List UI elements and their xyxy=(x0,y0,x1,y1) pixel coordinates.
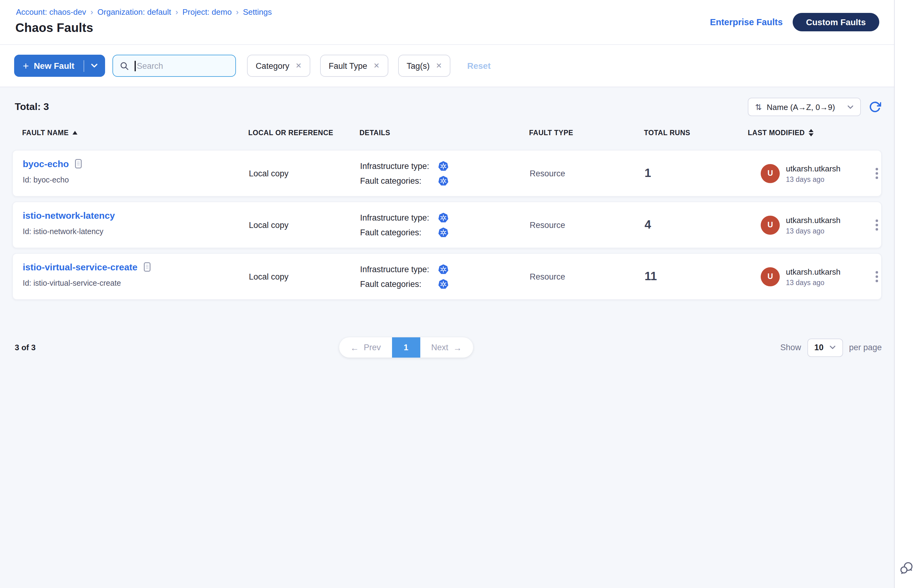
modified-by-user: utkarsh.utkarsh xyxy=(786,215,840,225)
close-icon[interactable]: ✕ xyxy=(296,62,302,69)
kubernetes-icon xyxy=(438,175,449,186)
modified-time: 13 days ago xyxy=(786,227,840,234)
fault-type-value: Resource xyxy=(530,202,565,248)
modified-by-user: utkarsh.utkarsh xyxy=(786,267,840,276)
column-last-modified[interactable]: LAST MODIFIED xyxy=(748,129,813,136)
faults-scope-switch: Enterprise Faults Custom Faults xyxy=(710,0,879,44)
fault-row-byoc-echo[interactable]: byoc-echo Id: byoc-echo Local copy Infra… xyxy=(12,150,882,197)
table-header: FAULT NAME LOCAL OR REFERENCE DETAILS FA… xyxy=(12,128,882,140)
arrow-right-icon: → xyxy=(453,343,462,352)
breadcrumb-separator-icon: › xyxy=(91,7,93,16)
fault-row-istio-network-latency[interactable]: istio-network-latency Id: istio-network-… xyxy=(12,202,882,248)
fault-categories-label: Fault categories: xyxy=(360,279,438,289)
column-local-or-reference: LOCAL OR REFERENCE xyxy=(248,129,333,136)
breadcrumb-project[interactable]: Project: demo xyxy=(183,7,232,16)
local-or-reference-value: Local copy xyxy=(249,202,288,248)
avatar: U xyxy=(761,215,780,234)
filter-chip-tags[interactable]: Tag(s) ✕ xyxy=(398,55,451,77)
close-icon[interactable]: ✕ xyxy=(373,62,380,69)
modified-time: 13 days ago xyxy=(786,279,840,286)
filter-chip-fault-type[interactable]: Fault Type ✕ xyxy=(320,55,388,77)
breadcrumb-account[interactable]: Account: chaos-dev xyxy=(16,7,86,16)
kubernetes-icon xyxy=(438,279,449,289)
toolbar: + New Fault Category ✕ Fault xyxy=(0,45,894,87)
row-menu-button[interactable] xyxy=(872,164,881,183)
kubernetes-icon xyxy=(438,227,449,237)
fault-type-value: Resource xyxy=(530,150,565,196)
breadcrumb-separator-icon: › xyxy=(175,7,178,16)
sort-select[interactable]: ⇅ Name (A→Z, 0→9) xyxy=(748,98,861,116)
refresh-icon xyxy=(869,101,881,113)
row-menu-button[interactable] xyxy=(872,216,881,234)
prev-label: Prev xyxy=(364,343,381,352)
show-label: Show xyxy=(781,343,801,352)
enterprise-faults-link[interactable]: Enterprise Faults xyxy=(710,17,783,27)
new-fault-dropdown-toggle[interactable] xyxy=(84,63,105,68)
next-label: Next xyxy=(432,343,449,352)
fault-type-value: Resource xyxy=(530,254,565,299)
column-fault-type: FAULT TYPE xyxy=(529,129,573,136)
new-fault-button[interactable]: + New Fault xyxy=(14,61,76,71)
filter-chips: Category ✕ Fault Type ✕ Tag(s) ✕ xyxy=(247,55,451,77)
search-box[interactable] xyxy=(112,55,236,77)
breadcrumb-settings[interactable]: Settings xyxy=(243,7,272,16)
total-runs-value: 4 xyxy=(645,202,651,248)
manifest-doc-icon xyxy=(74,158,82,169)
fault-name-link[interactable]: istio-virtual-service-create xyxy=(23,262,137,272)
search-icon xyxy=(120,61,129,70)
fault-details: Infrastructure type: Fault categories: xyxy=(360,254,449,299)
breadcrumb-organization[interactable]: Organization: default xyxy=(97,7,171,16)
avatar: U xyxy=(761,267,780,286)
new-fault-split-button[interactable]: + New Fault xyxy=(14,55,105,77)
fault-details: Infrastructure type: Fault categories: xyxy=(360,150,449,196)
close-icon[interactable]: ✕ xyxy=(436,62,442,69)
infrastructure-type-label: Infrastructure type: xyxy=(360,213,438,222)
fault-name-link[interactable]: byoc-echo xyxy=(23,158,69,169)
sort-select-value: Name (A→Z, 0→9) xyxy=(767,102,836,111)
column-details-label: DETAILS xyxy=(359,129,390,136)
filter-chip-tags-label: Tag(s) xyxy=(407,61,430,70)
faults-list-area: Total: 3 ⇅ Name (A→Z, 0→9) FAULT NAME LO xyxy=(0,87,894,588)
main-column: Account: chaos-dev › Organization: defau… xyxy=(0,0,894,588)
custom-faults-button[interactable]: Custom Faults xyxy=(793,13,879,31)
manifest-doc-icon xyxy=(143,262,151,272)
sort-both-icon xyxy=(808,129,813,136)
refresh-button[interactable] xyxy=(869,101,881,113)
page-1-button[interactable]: 1 xyxy=(392,337,420,358)
total-count: Total: 3 xyxy=(15,102,49,112)
row-menu-button[interactable] xyxy=(872,268,881,286)
fault-row-istio-virtual-service-create[interactable]: istio-virtual-service-create Id: istio-v… xyxy=(12,253,882,300)
breadcrumb: Account: chaos-dev › Organization: defau… xyxy=(16,7,272,16)
filter-chip-category-label: Category xyxy=(255,61,289,70)
pager: ← Prev 1 Next → xyxy=(339,337,473,358)
chevron-down-icon xyxy=(829,345,836,350)
fault-categories-label: Fault categories: xyxy=(360,176,438,185)
page-header: Account: chaos-dev › Organization: defau… xyxy=(0,0,894,45)
fault-id: Id: istio-virtual-service-create xyxy=(23,279,121,288)
fault-id: Id: byoc-echo xyxy=(23,176,69,184)
fault-name-link[interactable]: istio-network-latency xyxy=(23,210,115,221)
prev-page-button[interactable]: ← Prev xyxy=(339,337,392,358)
column-last-modified-label: LAST MODIFIED xyxy=(748,129,805,136)
modified-time: 13 days ago xyxy=(786,175,840,183)
chevron-down-icon xyxy=(91,63,98,68)
list-header-row: Total: 3 ⇅ Name (A→Z, 0→9) xyxy=(15,98,881,116)
arrow-left-icon: ← xyxy=(350,343,359,352)
page-size-select[interactable]: 10 xyxy=(807,338,843,357)
reset-filters-button[interactable]: Reset xyxy=(467,61,491,71)
search-input[interactable] xyxy=(136,61,229,70)
sort-ascending-icon xyxy=(73,131,78,134)
breadcrumb-separator-icon: › xyxy=(236,7,239,16)
column-details: DETAILS xyxy=(359,129,390,136)
modified-by-user: utkarsh.utkarsh xyxy=(786,164,840,173)
infrastructure-type-label: Infrastructure type: xyxy=(360,265,438,274)
avatar: U xyxy=(761,164,780,183)
chat-widget-button[interactable] xyxy=(899,561,914,578)
column-fault-name[interactable]: FAULT NAME xyxy=(22,129,78,136)
right-gutter xyxy=(894,0,918,588)
local-or-reference-value: Local copy xyxy=(249,254,288,299)
chevron-down-icon xyxy=(847,105,853,109)
next-page-button[interactable]: Next → xyxy=(420,337,473,358)
filter-chip-category[interactable]: Category ✕ xyxy=(247,55,310,77)
column-total-runs-label: TOTAL RUNS xyxy=(644,129,690,136)
